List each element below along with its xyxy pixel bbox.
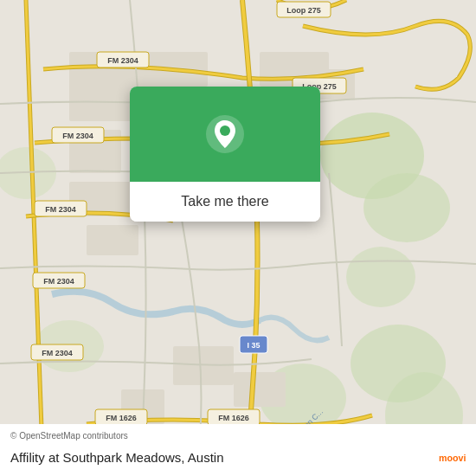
popup-green-area	[130, 87, 320, 182]
svg-text:I 35: I 35	[247, 341, 260, 350]
take-me-there-button[interactable]: Take me there	[130, 182, 320, 222]
map-background: FM 2304 FM 2304 FM 2304 FM 2304 FM 2304 …	[0, 0, 476, 476]
svg-text:FM 2304: FM 2304	[42, 349, 73, 357]
moovit-logo-icon: moovit	[438, 443, 466, 471]
bottom-bar: © OpenStreetMap contributors Affility at…	[0, 424, 476, 476]
svg-rect-21	[234, 372, 286, 407]
svg-text:FM 2304: FM 2304	[62, 132, 93, 140]
svg-text:FM 1626: FM 1626	[218, 414, 249, 422]
svg-text:FM 1626: FM 1626	[106, 414, 137, 422]
svg-text:FM 2304: FM 2304	[43, 277, 74, 286]
popup-card: Take me there	[130, 87, 320, 222]
svg-rect-13	[87, 225, 138, 255]
map-container: FM 2304 FM 2304 FM 2304 FM 2304 FM 2304 …	[0, 0, 476, 476]
svg-text:Loop 275: Loop 275	[286, 6, 321, 15]
attribution-text: © OpenStreetMap contributors	[10, 431, 466, 441]
svg-text:FM 2304: FM 2304	[45, 205, 76, 214]
moovit-logo: moovit	[438, 443, 466, 471]
svg-point-44	[220, 125, 230, 136]
location-name-text: Affility at Southpark Meadows, Austin	[10, 450, 224, 465]
svg-text:FM 2304: FM 2304	[107, 56, 138, 65]
location-label: Affility at Southpark Meadows, Austin mo…	[10, 443, 466, 471]
svg-text:moovit: moovit	[439, 453, 466, 463]
svg-point-4	[346, 247, 415, 307]
location-pin-icon	[204, 113, 246, 155]
svg-point-3	[363, 173, 450, 242]
